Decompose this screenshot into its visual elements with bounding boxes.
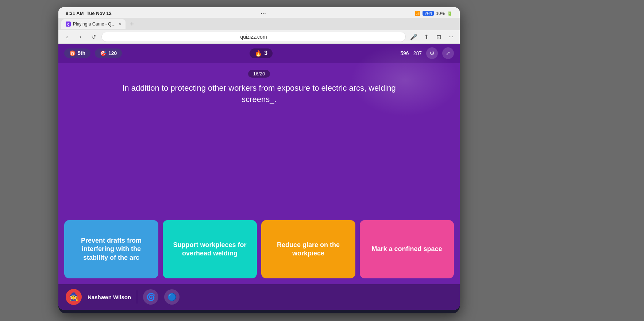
player-name: Nashawn Wilson [88, 294, 131, 300]
question-counter: 16/20 [248, 70, 270, 78]
score-area: 596 287 [400, 50, 422, 56]
settings-button[interactable]: ⚙ [426, 47, 438, 59]
answer-card-4[interactable]: Mark a confined space [360, 220, 454, 278]
active-tab[interactable]: Q Playing a Game - Quizizz × [61, 19, 126, 29]
nav-bar: ‹ › ↺ quizizz.com 🎤 ⬆ ⊡ ··· [58, 30, 460, 44]
new-tab-button[interactable]: + [127, 19, 136, 29]
answer-text-2: Support workpieces for overhead welding [170, 241, 250, 258]
xp-badge: 🎯 120 [95, 48, 122, 58]
powerup-button-2[interactable]: 🔵 [164, 289, 180, 305]
tab-favicon: Q [66, 21, 71, 27]
streak-badge: 🔥 3 [250, 48, 273, 58]
rank-icon: ♉ [69, 50, 76, 56]
vpn-badge: VPN [423, 11, 434, 16]
share-button[interactable]: ⬆ [421, 32, 431, 42]
status-right: 📶 VPN 10% 🔋 [415, 11, 452, 16]
powerup-icon-2: 🔵 [167, 293, 177, 301]
browser-chrome: 8:31 AM Tue Nov 12 ··· 📶 VPN 10% 🔋 Q Pla… [58, 7, 460, 44]
tablet-frame: 8:31 AM Tue Nov 12 ··· 📶 VPN 10% 🔋 Q Pla… [58, 7, 460, 313]
question-text: In addition to protecting other workers … [113, 83, 405, 105]
quiz-bottombar: 🧙 Nashawn Wilson 🌀 🔵 [58, 284, 460, 310]
player-avatar: 🧙 [66, 289, 82, 305]
quiz-topbar: ♉ 5th 🎯 120 🔥 3 596 287 ⚙ ⤢ [58, 44, 460, 63]
more-button[interactable]: ··· [446, 32, 456, 42]
question-area: 16/20 In addition to protecting other wo… [58, 63, 460, 113]
xp-icon: 🎯 [100, 50, 106, 56]
avatar-emoji: 🧙 [69, 292, 79, 302]
rank-badge: ♉ 5th [64, 48, 90, 58]
address-bar[interactable]: quizizz.com [101, 32, 406, 42]
battery-icon: 🔋 [447, 11, 452, 16]
rank-text: 5th [78, 50, 85, 56]
streak-area: 🔥 3 [126, 48, 396, 58]
battery-text: 10% [436, 11, 445, 16]
back-button[interactable]: ‹ [62, 32, 72, 42]
forward-button[interactable]: › [75, 32, 85, 42]
tab-title: Playing a Game - Quizizz [73, 21, 117, 27]
status-left: 8:31 AM Tue Nov 12 [66, 11, 112, 16]
divider [137, 290, 137, 304]
answer-text-4: Mark a confined space [371, 245, 442, 253]
tab-close-button[interactable]: × [119, 22, 121, 26]
powerup-button-1[interactable]: 🌀 [143, 289, 158, 305]
fire-icon: 🔥 [255, 50, 262, 57]
answers-grid: Prevent drafts from interfering with the… [58, 216, 460, 284]
expand-button[interactable]: ⤢ [442, 47, 454, 59]
status-bar: 8:31 AM Tue Nov 12 ··· 📶 VPN 10% 🔋 [58, 7, 460, 18]
score-right: 287 [413, 50, 422, 56]
quiz-content: ♉ 5th 🎯 120 🔥 3 596 287 ⚙ ⤢ 16/20 [58, 44, 460, 310]
nav-icons: 🎤 ⬆ ⊡ ··· [409, 32, 456, 42]
answer-card-3[interactable]: Reduce glare on the workpiece [261, 220, 355, 278]
powerup-icon-1: 🌀 [146, 293, 155, 301]
mic-button[interactable]: 🎤 [409, 32, 419, 42]
answer-text-1: Prevent drafts from interfering with the… [72, 236, 151, 262]
streak-value: 3 [264, 50, 267, 56]
score-left: 596 [400, 50, 409, 56]
time: 8:31 AM [66, 11, 84, 16]
date: Tue Nov 12 [86, 11, 111, 16]
answer-text-3: Reduce glare on the workpiece [269, 241, 348, 258]
status-center-dots: ··· [261, 9, 266, 17]
refresh-button[interactable]: ↺ [88, 32, 99, 42]
wifi-icon: 📶 [415, 11, 420, 16]
reader-button[interactable]: ⊡ [433, 32, 444, 42]
answer-card-2[interactable]: Support workpieces for overhead welding [163, 220, 257, 278]
xp-value: 120 [108, 50, 117, 56]
tab-bar: Q Playing a Game - Quizizz × + [58, 18, 460, 30]
answer-card-1[interactable]: Prevent drafts from interfering with the… [64, 220, 158, 278]
